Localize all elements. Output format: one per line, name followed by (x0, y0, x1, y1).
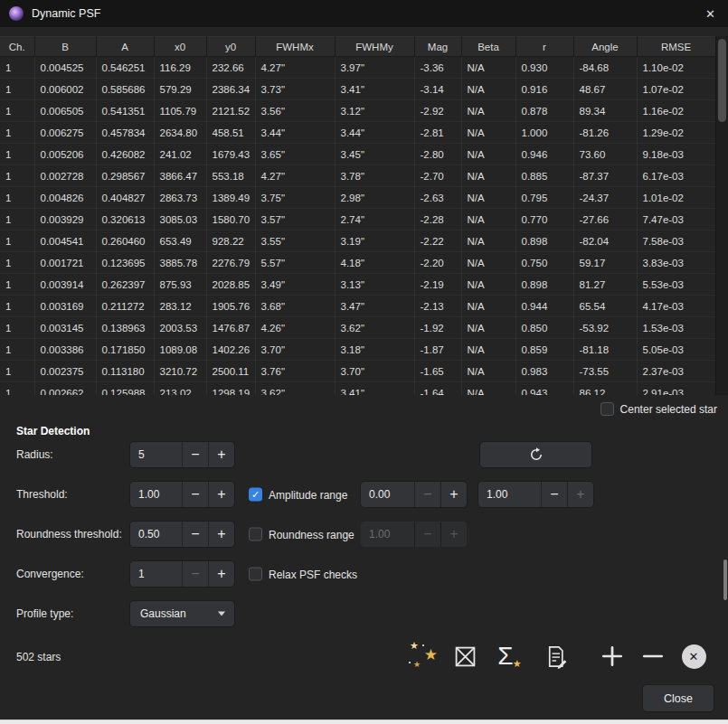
table-cell: 1 (0, 339, 34, 361)
psf-results-area: Ch.BAx0y0FWHMxFWHMyMagBetarAngleRMSE 10.… (0, 36, 715, 395)
column-header-b[interactable]: B (34, 37, 96, 57)
column-header-fwhmy[interactable]: FWHMy (335, 37, 414, 57)
table-cell: 3.56" (255, 100, 335, 122)
column-header-ch[interactable]: Ch. (0, 37, 34, 57)
table-cell: 3.13" (335, 274, 414, 296)
amplitude-max-value[interactable]: 1.00 (478, 482, 541, 507)
table-cell: 875.93 (154, 274, 206, 296)
table-scrollbar[interactable] (715, 36, 728, 395)
threshold-spinner[interactable]: 1.00 − + (129, 481, 235, 508)
table-cell: N/A (461, 100, 515, 122)
threshold-decrement-button[interactable]: − (182, 482, 208, 507)
column-header-r[interactable]: r (515, 37, 573, 57)
amplitude-min-increment-button[interactable]: + (440, 482, 467, 507)
table-cell: 3.47" (335, 296, 414, 317)
table-cell: 4.26" (255, 317, 335, 339)
radius-label: Radius: (16, 448, 53, 461)
relax-psf-label[interactable]: Relax PSF checks (269, 568, 357, 580)
table-row[interactable]: 10.0052060.426082241.021679.433.65"3.45"… (0, 144, 715, 165)
chevron-down-icon (218, 612, 225, 616)
average-stars-button[interactable]: Σ ★ (488, 639, 523, 673)
center-selected-star-label[interactable]: Center selected star (620, 403, 717, 416)
threshold-increment-button[interactable]: + (208, 482, 234, 507)
close-button[interactable]: Close (642, 684, 714, 712)
radius-increment-button[interactable]: + (208, 442, 234, 467)
table-row[interactable]: 10.0048260.4048272863.731389.493.75"2.98… (0, 187, 715, 209)
table-cell: 4.18" (335, 252, 414, 274)
amplitude-max-decrement-button[interactable]: − (541, 482, 567, 507)
table-cell: 213.02 (154, 382, 206, 396)
remove-star-button[interactable] (636, 639, 670, 673)
radius-spinner[interactable]: 5 − + (129, 441, 235, 468)
roundness-threshold-value[interactable]: 0.50 (130, 522, 182, 547)
table-row[interactable]: 10.0045250.546251116.29232.664.27"3.97"-… (0, 57, 715, 79)
column-header-mag[interactable]: Mag (414, 37, 461, 57)
relax-psf-checkbox[interactable] (249, 568, 262, 581)
amplitude-max-increment-button[interactable]: + (567, 482, 593, 507)
detect-stars-button[interactable]: ★ ★ ★ (406, 639, 440, 673)
table-cell: 0.262397 (96, 274, 154, 296)
column-header-angle[interactable]: Angle (573, 37, 637, 57)
refresh-button[interactable] (479, 441, 592, 468)
column-header-a[interactable]: A (96, 37, 154, 57)
table-row[interactable]: 10.0045410.260460653.49928.223.55"3.19"-… (0, 230, 715, 252)
profile-type-dropdown[interactable]: Gaussian (129, 600, 235, 627)
roundness-threshold-spinner[interactable]: 0.50 − + (129, 521, 235, 548)
window-title: Dynamic PSF (32, 7, 100, 20)
table-cell: 3.62" (335, 317, 414, 339)
export-stars-button[interactable] (448, 639, 482, 673)
table-row[interactable]: 10.0031690.211272283.121905.763.68"3.47"… (0, 296, 715, 317)
amplitude-range-checkbox[interactable]: ✓ (249, 488, 262, 502)
table-row[interactable]: 10.0017210.1236953885.782276.795.57"4.18… (0, 252, 715, 274)
table-row[interactable]: 10.0062750.4578342634.80458.513.44"3.44"… (0, 122, 715, 144)
table-row[interactable]: 10.0039140.262397875.932028.853.49"3.13"… (0, 274, 715, 296)
table-row[interactable]: 10.0031450.1389632003.531476.874.26"3.62… (0, 317, 715, 339)
table-cell: N/A (461, 274, 515, 296)
roundness-range-label[interactable]: Roundness range (269, 528, 355, 541)
roundness-threshold-decrement-button[interactable]: − (182, 522, 208, 547)
table-cell: N/A (461, 144, 515, 165)
table-row[interactable]: 10.0023750.1131803210.722500.113.76"3.70… (0, 361, 715, 382)
column-header-beta[interactable]: Beta (461, 37, 515, 57)
clear-all-stars-button[interactable]: ✕ (676, 639, 711, 673)
radius-value[interactable]: 5 (130, 442, 182, 467)
table-cell: 3.18" (335, 339, 414, 361)
column-header-rmse[interactable]: RMSE (637, 37, 715, 57)
radius-decrement-button[interactable]: − (182, 442, 208, 467)
column-header-x0[interactable]: x0 (154, 37, 206, 57)
add-star-button[interactable] (595, 639, 629, 673)
table-cell: 0.983 (515, 361, 573, 382)
table-cell: -1.87 (414, 339, 461, 361)
convergence-decrement-button[interactable]: − (182, 561, 208, 587)
center-selected-star-checkbox[interactable] (600, 402, 614, 416)
window-close-icon[interactable]: ✕ (705, 7, 715, 21)
amplitude-range-label[interactable]: Amplitude range (269, 488, 347, 501)
convergence-value[interactable]: 1 (130, 561, 182, 587)
convergence-increment-button[interactable]: + (208, 561, 234, 587)
threshold-value[interactable]: 1.00 (130, 482, 182, 507)
table-row[interactable]: 10.0065050.5413511105.792121.523.56"3.12… (0, 100, 715, 122)
roundness-range-checkbox[interactable] (249, 528, 262, 541)
amplitude-max-spinner[interactable]: 1.00 − + (477, 481, 594, 508)
table-row[interactable]: 10.0027280.2985673866.47553.184.27"3.78"… (0, 165, 715, 187)
roundness-threshold-increment-button[interactable]: + (208, 522, 234, 547)
amplitude-min-spinner[interactable]: 0.00 − + (360, 481, 468, 508)
amplitude-min-decrement-button[interactable]: − (414, 482, 440, 507)
table-cell: 1 (0, 296, 34, 317)
psf-log-button[interactable] (538, 639, 572, 673)
table-row[interactable]: 10.0039290.3206133085.031580.703.57"2.74… (0, 209, 715, 230)
table-row[interactable]: 10.0033860.1718501089.081402.263.70"3.18… (0, 339, 715, 361)
table-cell: 3.75" (255, 187, 335, 209)
table-cell: 0.003386 (34, 339, 96, 361)
table-row[interactable]: 10.0060020.585686579.292386.343.73"3.41"… (0, 79, 715, 100)
table-cell: 48.67 (573, 79, 637, 100)
convergence-spinner[interactable]: 1 − + (129, 560, 235, 588)
column-header-fwhmx[interactable]: FWHMx (255, 37, 335, 57)
table-scrollbar-thumb[interactable] (718, 39, 726, 122)
table-row[interactable]: 10.0026620.125988213.021298.193.62"3.41"… (0, 382, 715, 396)
table-cell: 0.006505 (34, 100, 96, 122)
table-cell: N/A (461, 382, 515, 396)
column-header-y0[interactable]: y0 (206, 37, 255, 57)
amplitude-min-value[interactable]: 0.00 (361, 482, 414, 507)
table-cell: 0.426082 (96, 144, 154, 165)
